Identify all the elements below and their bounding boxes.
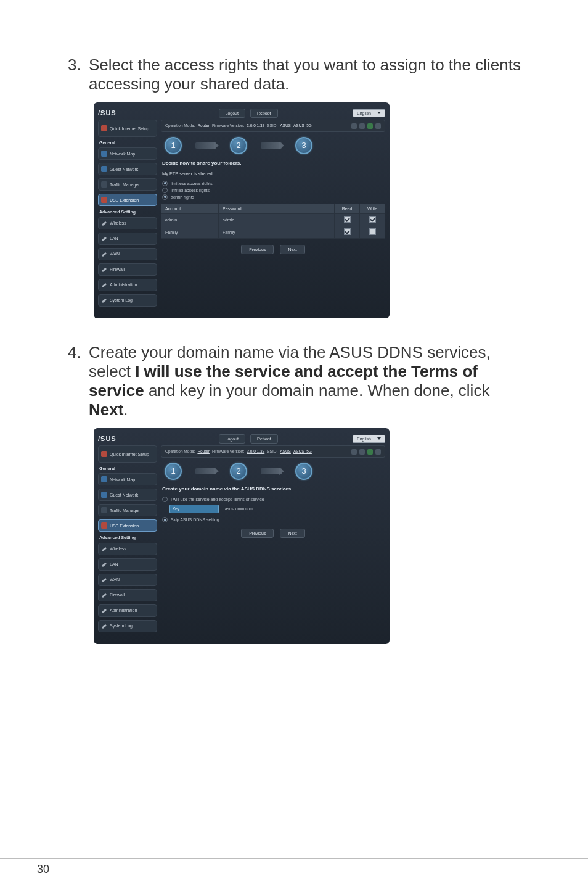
sidebar-label: Traffic Manager bbox=[110, 508, 140, 513]
sidebar-item-administration[interactable]: Administration bbox=[98, 604, 157, 617]
previous-button[interactable]: Previous bbox=[241, 529, 274, 538]
wrench-icon bbox=[101, 251, 107, 257]
sidebar-item-traffic-manager[interactable]: Traffic Manager bbox=[98, 178, 157, 191]
status-bar: Operation Mode: Router Firmware Version:… bbox=[161, 445, 385, 458]
usb-icon bbox=[101, 197, 107, 203]
sidebar-label: Network Map bbox=[110, 477, 135, 482]
sidebar-item-usb-extension[interactable]: USB Extension bbox=[98, 194, 157, 206]
footer-rule bbox=[0, 858, 588, 859]
status-mode[interactable]: Router bbox=[197, 123, 210, 128]
cell-account: admin bbox=[161, 213, 219, 226]
sidebar-label: Guest Network bbox=[110, 492, 138, 498]
status-fw[interactable]: 3.0.0.1.38 bbox=[247, 123, 264, 128]
checkbox-write[interactable] bbox=[369, 228, 376, 235]
reboot-button[interactable]: Reboot bbox=[250, 434, 278, 444]
wrench-icon bbox=[101, 297, 107, 303]
asus-logo: /SUS bbox=[98, 109, 149, 117]
wrench-icon bbox=[101, 577, 107, 583]
sidebar-item-network-map[interactable]: Network Map bbox=[98, 147, 157, 160]
sidebar-item-network-map[interactable]: Network Map bbox=[98, 473, 157, 485]
sidebar-label: Wireless bbox=[110, 220, 126, 226]
radio-use-service[interactable]: I will use the service and accept Terms … bbox=[162, 497, 385, 502]
sidebar-item-administration[interactable]: Administration bbox=[98, 279, 157, 291]
language-select[interactable]: English bbox=[353, 109, 385, 117]
status-mode-prefix: Operation Mode: bbox=[165, 123, 195, 128]
radio-admin[interactable]: admin rights bbox=[162, 194, 385, 200]
sidebar-item-guest-network[interactable]: Guest Network bbox=[98, 489, 157, 501]
radio-limited[interactable]: limited access rights bbox=[162, 188, 385, 193]
sidebar-item-lan[interactable]: LAN bbox=[98, 233, 157, 245]
logout-button[interactable]: Logout bbox=[219, 434, 245, 444]
radio-label: admin rights bbox=[171, 194, 194, 200]
guest-network-icon bbox=[101, 166, 107, 172]
sidebar-item-wan[interactable]: WAN bbox=[98, 248, 157, 260]
sidebar-label: Administration bbox=[110, 608, 137, 613]
sidebar-label: WAN bbox=[110, 577, 120, 582]
sidebar-heading-advanced: Advanced Setting bbox=[99, 209, 157, 215]
wrench-icon bbox=[101, 236, 107, 242]
next-button[interactable]: Next bbox=[280, 245, 304, 254]
sidebar-item-wireless[interactable]: Wireless bbox=[98, 543, 157, 555]
checkbox-write[interactable] bbox=[369, 216, 376, 223]
sidebar-item-lan[interactable]: LAN bbox=[98, 558, 157, 571]
reboot-button[interactable]: Reboot bbox=[250, 109, 278, 118]
table-header-row: Account Password Read Write bbox=[161, 204, 385, 213]
network-map-icon bbox=[101, 476, 107, 482]
previous-button[interactable]: Previous bbox=[241, 245, 274, 254]
status-fw-prefix: Firmware Version: bbox=[212, 449, 244, 454]
status-icon bbox=[375, 449, 381, 455]
status-ssid1[interactable]: ASUS bbox=[280, 449, 291, 454]
sidebar-label: Traffic Manager bbox=[110, 182, 140, 188]
sidebar-item-system-log[interactable]: System Log bbox=[98, 620, 157, 632]
sidebar-item-traffic-manager[interactable]: Traffic Manager bbox=[98, 504, 157, 516]
radio-limitless[interactable]: limitless access rights bbox=[162, 181, 385, 186]
sidebar-item-wireless[interactable]: Wireless bbox=[98, 217, 157, 229]
status-ssid-prefix: SSID: bbox=[267, 449, 277, 454]
status-ssid2[interactable]: ASUS_5G bbox=[293, 123, 312, 128]
logout-button[interactable]: Logout bbox=[219, 109, 245, 118]
radio-dot-icon bbox=[162, 188, 168, 193]
sidebar-item-qis[interactable]: Quick Internet Setup bbox=[98, 120, 157, 137]
next-button[interactable]: Next bbox=[280, 529, 304, 538]
wizard-step-3: 3 bbox=[295, 137, 312, 154]
checkbox-read[interactable] bbox=[344, 228, 351, 235]
sidebar-item-qis[interactable]: Quick Internet Setup bbox=[98, 445, 157, 463]
radio-label: limitless access rights bbox=[171, 181, 213, 186]
sidebar-item-firewall[interactable]: Firewall bbox=[98, 263, 157, 276]
sidebar-label: LAN bbox=[110, 236, 118, 241]
wrench-icon bbox=[101, 608, 107, 614]
status-fw[interactable]: 3.0.0.1.38 bbox=[247, 449, 264, 454]
language-label: English bbox=[357, 110, 371, 116]
sidebar-item-firewall[interactable]: Firewall bbox=[98, 589, 157, 601]
traffic-icon bbox=[101, 181, 107, 188]
status-ssid2[interactable]: ASUS_5G bbox=[293, 449, 312, 454]
checkbox-read[interactable] bbox=[344, 216, 351, 223]
panel-heading: Create your domain name via the ASUS DDN… bbox=[162, 486, 385, 492]
sidebar-label: Firewall bbox=[110, 592, 125, 598]
sidebar-label: Firewall bbox=[110, 266, 125, 272]
arrow-icon bbox=[195, 468, 216, 474]
traffic-icon bbox=[101, 507, 107, 513]
domain-input[interactable]: Key bbox=[169, 505, 219, 513]
language-select[interactable]: English bbox=[353, 435, 385, 443]
arrow-icon bbox=[195, 142, 216, 149]
status-icon bbox=[359, 123, 365, 129]
sidebar-item-guest-network[interactable]: Guest Network bbox=[98, 163, 157, 175]
qis-icon bbox=[101, 125, 107, 131]
radio-dot-icon bbox=[162, 194, 168, 200]
table-row: admin admin bbox=[161, 213, 385, 226]
usb-icon bbox=[101, 522, 107, 529]
sidebar-label: System Log bbox=[110, 297, 133, 303]
sidebar-label: Quick Internet Setup bbox=[110, 452, 149, 457]
wrench-icon bbox=[101, 592, 107, 598]
sidebar-item-wan[interactable]: WAN bbox=[98, 574, 157, 586]
cell-password: admin bbox=[219, 213, 335, 226]
status-mode[interactable]: Router bbox=[197, 449, 210, 454]
sidebar-item-system-log[interactable]: System Log bbox=[98, 294, 157, 307]
th-password: Password bbox=[219, 204, 335, 213]
router-screenshot-2: /SUS Logout Reboot English Quick Interne… bbox=[94, 428, 390, 643]
sidebar-item-usb-extension[interactable]: USB Extension bbox=[98, 519, 157, 532]
radio-skip-ddns[interactable]: Skip ASUS DDNS setting bbox=[162, 517, 385, 522]
status-ssid1[interactable]: ASUS bbox=[280, 123, 291, 128]
panel-subheading: My FTP server is shared. bbox=[162, 171, 385, 177]
